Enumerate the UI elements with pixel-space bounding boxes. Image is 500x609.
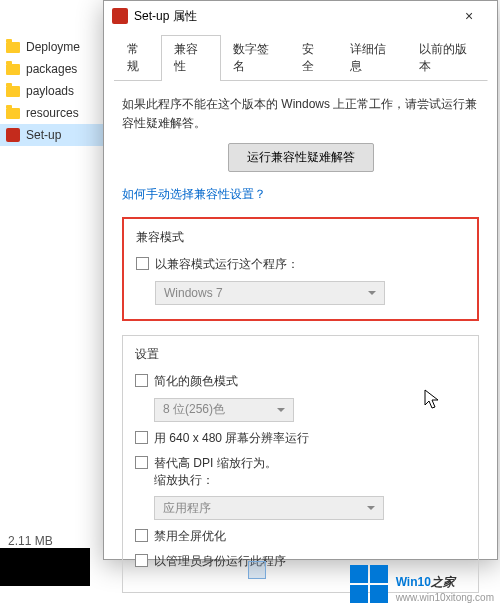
file-explorer: Deployme packages payloads resources Set…	[0, 0, 110, 609]
group-title: 设置	[135, 346, 466, 363]
group-title: 兼容模式	[136, 229, 465, 246]
checkbox-label: 以管理员身份运行此程序	[154, 553, 286, 570]
res640-checkbox[interactable]: 用 640 x 480 屏幕分辨率运行	[135, 430, 466, 447]
color-mode-combo[interactable]: 8 位(256)色	[154, 398, 294, 422]
list-item[interactable]: packages	[0, 58, 110, 80]
compat-mode-checkbox-row[interactable]: 以兼容模式运行这个程序：	[136, 256, 465, 273]
tab-content: 如果此程序不能在这个版本的 Windows 上正常工作，请尝试运行兼容性疑难解答…	[114, 80, 487, 609]
close-button[interactable]: ×	[449, 1, 489, 31]
watermark-url: www.win10xitong.com	[396, 592, 494, 603]
folder-icon	[6, 108, 20, 119]
checkbox-label: 以兼容模式运行这个程序：	[155, 256, 299, 273]
troubleshoot-button[interactable]: 运行兼容性疑难解答	[228, 143, 374, 172]
app-icon	[112, 8, 128, 24]
tab-signatures[interactable]: 数字签名	[220, 35, 291, 81]
list-item[interactable]: payloads	[0, 80, 110, 102]
titlebar[interactable]: Set-up 属性 ×	[104, 1, 497, 31]
folder-icon	[6, 64, 20, 75]
tab-previous[interactable]: 以前的版本	[406, 35, 488, 81]
tab-compatibility[interactable]: 兼容性	[161, 35, 220, 81]
disable-fullscreen-checkbox[interactable]: 禁用全屏优化	[135, 528, 466, 545]
windows-logo-icon	[350, 565, 388, 603]
app-icon	[6, 128, 20, 142]
tab-details[interactable]: 详细信息	[337, 35, 408, 81]
decorative-strip	[0, 548, 90, 586]
settings-group: 设置 简化的颜色模式 8 位(256)色 用 640 x 480 屏幕分辨率运行…	[122, 335, 479, 593]
tab-general[interactable]: 常规	[114, 35, 162, 81]
folder-icon	[6, 86, 20, 97]
file-list: Deployme packages payloads resources Set…	[0, 28, 110, 154]
tab-strip: 常规 兼容性 数字签名 安全 详细信息 以前的版本	[104, 35, 497, 81]
list-item[interactable]: resources	[0, 102, 110, 124]
watermark-brand: Win10之家	[396, 566, 494, 592]
checkbox-icon[interactable]	[135, 456, 148, 469]
dpi-override-checkbox[interactable]: 替代高 DPI 缩放行为。 缩放执行：	[135, 455, 466, 489]
help-text: 如果此程序不能在这个版本的 Windows 上正常工作，请尝试运行兼容性疑难解答…	[122, 95, 479, 133]
compat-os-combo[interactable]: Windows 7	[155, 281, 385, 305]
checkbox-label: 替代高 DPI 缩放行为。 缩放执行：	[154, 455, 277, 489]
checkbox-label: 简化的颜色模式	[154, 373, 238, 390]
reduced-color-checkbox[interactable]: 简化的颜色模式	[135, 373, 466, 390]
list-item[interactable]: Set-up	[0, 124, 110, 146]
properties-dialog: Set-up 属性 × 常规 兼容性 数字签名 安全 详细信息 以前的版本 如果…	[103, 0, 498, 560]
tab-security[interactable]: 安全	[289, 35, 337, 81]
dpi-scaling-combo[interactable]: 应用程序	[154, 496, 384, 520]
checkbox-icon[interactable]	[135, 554, 148, 567]
checkbox-icon[interactable]	[136, 257, 149, 270]
list-item[interactable]: Deployme	[0, 36, 110, 58]
folder-icon	[6, 42, 20, 53]
selection-marquee	[248, 561, 266, 579]
checkbox-icon[interactable]	[135, 374, 148, 387]
checkbox-label: 禁用全屏优化	[154, 528, 226, 545]
checkbox-label: 用 640 x 480 屏幕分辨率运行	[154, 430, 309, 447]
checkbox-icon[interactable]	[135, 431, 148, 444]
watermark: Win10之家 www.win10xitong.com	[350, 565, 494, 603]
compat-mode-group: 兼容模式 以兼容模式运行这个程序： Windows 7	[122, 217, 479, 321]
dialog-title: Set-up 属性	[134, 8, 443, 25]
checkbox-icon[interactable]	[135, 529, 148, 542]
manual-settings-link[interactable]: 如何手动选择兼容性设置？	[122, 186, 479, 203]
status-bar: 2.11 MB	[8, 534, 53, 548]
